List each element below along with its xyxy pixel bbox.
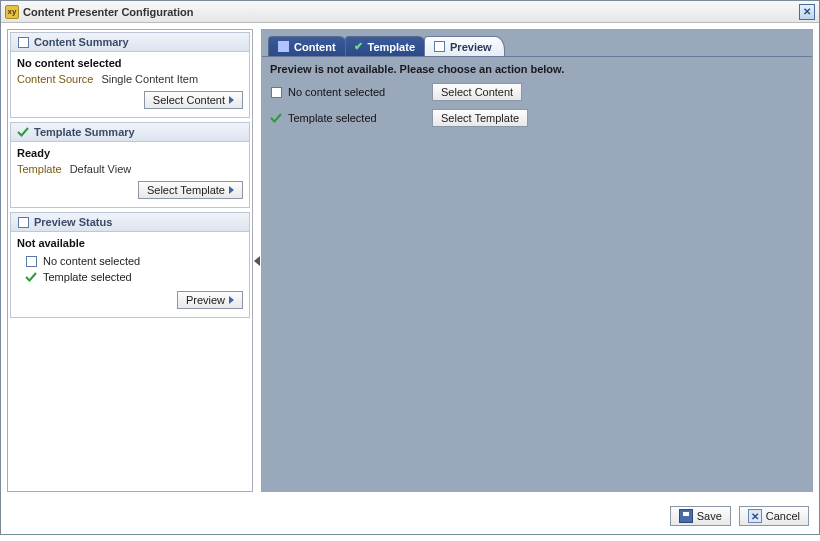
select-content-btn-label: Select Content xyxy=(441,86,513,98)
app-icon: xy xyxy=(5,5,19,19)
preview-tab-content: Preview is not available. Please choose … xyxy=(262,56,812,491)
panel-header-template-summary: Template Summary xyxy=(11,123,249,142)
select-template-btn-label: Select Template xyxy=(441,112,519,124)
template-label: Template xyxy=(17,163,62,175)
template-summary-status: Ready xyxy=(17,147,243,159)
select-template-button[interactable]: Select Template xyxy=(432,109,528,127)
tab-preview[interactable]: Preview xyxy=(424,36,505,56)
check-icon xyxy=(17,126,29,138)
close-icon: ✕ xyxy=(803,6,811,17)
tab-template-label: Template xyxy=(368,41,415,53)
action-row-label: No content selected xyxy=(270,86,420,98)
unchecked-box-icon xyxy=(17,216,29,228)
save-label: Save xyxy=(697,510,722,522)
preview-btn-label: Preview xyxy=(186,294,225,306)
unchecked-box-icon xyxy=(17,36,29,48)
tab-preview-label: Preview xyxy=(450,41,492,53)
content-source-label: Content Source xyxy=(17,73,93,85)
panel-header-content-summary: Content Summary xyxy=(11,33,249,52)
main-pane: Content ✔ Template Preview Preview is no… xyxy=(261,29,813,492)
collapse-left-icon xyxy=(254,256,260,266)
unchecked-box-icon xyxy=(270,86,282,98)
action-row-label: Template selected xyxy=(270,112,420,124)
template-summary-title: Template Summary xyxy=(34,126,135,138)
summary-sidebar: Content Summary No content selected Cont… xyxy=(7,29,253,492)
action-row-text: Template selected xyxy=(288,112,377,124)
template-row: Template Default View xyxy=(17,163,243,175)
content-summary-body: No content selected Content Source Singl… xyxy=(11,52,249,117)
unchecked-box-icon xyxy=(25,255,37,267)
template-summary-body: Ready Template Default View Select Templ… xyxy=(11,142,249,207)
check-icon xyxy=(25,271,37,283)
dialog-window: xy Content Presenter Configuration ✕ Con… xyxy=(0,0,820,535)
tab-content[interactable]: Content xyxy=(268,36,349,56)
chevron-right-icon xyxy=(229,186,234,194)
close-button[interactable]: ✕ xyxy=(799,4,815,20)
preview-status-item: Template selected xyxy=(17,269,243,285)
chevron-right-icon xyxy=(229,96,234,104)
chevron-right-icon xyxy=(229,296,234,304)
action-row: No content selected Select Content xyxy=(270,83,804,101)
preview-button-sidebar[interactable]: Preview xyxy=(177,291,243,309)
content-summary-status: No content selected xyxy=(17,57,243,69)
panel-content-summary: Content Summary No content selected Cont… xyxy=(10,32,250,118)
panel-header-preview-status: Preview Status xyxy=(11,213,249,232)
titlebar: xy Content Presenter Configuration ✕ xyxy=(1,1,819,23)
save-icon xyxy=(679,509,693,523)
action-row-text: No content selected xyxy=(288,86,385,98)
template-value: Default View xyxy=(70,163,132,175)
tab-content-label: Content xyxy=(294,41,336,53)
preview-status-body: Not available No content selected Templa… xyxy=(11,232,249,317)
action-row: Template selected Select Template xyxy=(270,109,804,127)
step-box-icon xyxy=(277,41,289,53)
dialog-body: Content Summary No content selected Cont… xyxy=(1,23,819,498)
dialog-title: Content Presenter Configuration xyxy=(23,6,194,18)
check-icon: ✔ xyxy=(354,40,363,53)
select-template-button-sidebar[interactable]: Select Template xyxy=(138,181,243,199)
splitter-handle[interactable] xyxy=(253,29,261,492)
cancel-button[interactable]: ✕ Cancel xyxy=(739,506,809,526)
content-source-value: Single Content Item xyxy=(101,73,198,85)
select-template-label: Select Template xyxy=(147,184,225,196)
unchecked-box-icon xyxy=(433,41,445,53)
preview-status-title: Preview Status xyxy=(34,216,112,228)
cancel-icon: ✕ xyxy=(748,509,762,523)
preview-message: Preview is not available. Please choose … xyxy=(270,63,804,75)
panel-template-summary: Template Summary Ready Template Default … xyxy=(10,122,250,208)
dialog-footer: Save ✕ Cancel xyxy=(1,498,819,534)
preview-status-value: Not available xyxy=(17,237,243,249)
tab-template[interactable]: ✔ Template xyxy=(345,36,428,56)
titlebar-left: xy Content Presenter Configuration xyxy=(5,5,194,19)
preview-status-item-label: Template selected xyxy=(43,271,132,283)
cancel-label: Cancel xyxy=(766,510,800,522)
tabstrip: Content ✔ Template Preview xyxy=(262,30,812,56)
check-icon xyxy=(270,112,282,124)
content-summary-title: Content Summary xyxy=(34,36,129,48)
preview-status-item: No content selected xyxy=(17,253,243,269)
preview-status-item-label: No content selected xyxy=(43,255,140,267)
select-content-button[interactable]: Select Content xyxy=(432,83,522,101)
save-button[interactable]: Save xyxy=(670,506,731,526)
select-content-label: Select Content xyxy=(153,94,225,106)
content-source-row: Content Source Single Content Item xyxy=(17,73,243,85)
panel-preview-status: Preview Status Not available No content … xyxy=(10,212,250,318)
select-content-button-sidebar[interactable]: Select Content xyxy=(144,91,243,109)
